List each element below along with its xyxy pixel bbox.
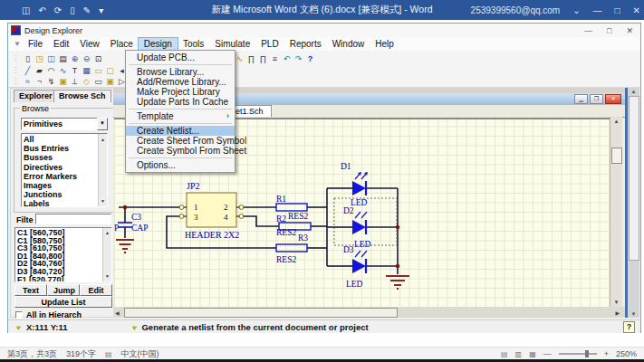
category-item[interactable]: All — [24, 135, 105, 144]
zoom-out-icon[interactable]: ⊖ — [81, 54, 92, 63]
component-r3[interactable]: R3 RES2 — [276, 233, 308, 264]
proofing-icon[interactable]: ▤ — [105, 350, 112, 358]
read-mode-icon[interactable]: ▤ — [501, 350, 508, 358]
undo-icon[interactable]: ↶ — [38, 5, 45, 15]
edit-button[interactable]: Edit — [80, 284, 112, 296]
scrollbar-thumb[interactable] — [629, 96, 639, 261]
menu-edit[interactable]: Edit — [48, 38, 74, 50]
qat-customize-icon[interactable]: ▾ — [99, 5, 103, 15]
filter-input[interactable] — [35, 214, 111, 224]
component-d1[interactable]: D1 LED — [341, 162, 368, 207]
jump-button[interactable]: Jump — [47, 284, 80, 296]
tab-browse-sch[interactable]: Browse Sch — [53, 90, 111, 102]
menuitem-template[interactable]: Template › — [126, 111, 235, 121]
menuitem-add-remove-library[interactable]: Add/Remove Library... — [126, 77, 235, 87]
scroll-right-icon[interactable]: ▶ — [615, 310, 620, 316]
account-email[interactable]: 2539399560@qq.com — [471, 5, 561, 15]
open-document-icon[interactable]: ◳ — [34, 54, 45, 63]
app-close-button[interactable]: ✕ — [626, 26, 633, 35]
undo-icon[interactable]: ↶ — [281, 54, 293, 63]
zoom-out-button[interactable]: — — [543, 349, 552, 358]
net-label-tool-icon[interactable]: ▣ — [57, 77, 69, 86]
menuitem-make-project-library[interactable]: Make Project Library — [126, 87, 235, 97]
category-item[interactable]: Labels — [24, 199, 105, 207]
scroll-up-icon[interactable]: ▲ — [610, 119, 622, 124]
word-close-button[interactable]: ✕ — [633, 5, 640, 15]
app-minimize-button[interactable]: — — [584, 26, 592, 35]
category-item[interactable]: Busses — [24, 153, 105, 162]
category-item[interactable]: Junctions — [24, 190, 105, 199]
scrollbar-thumb[interactable] — [124, 308, 398, 318]
scrollbar-thumb[interactable] — [611, 148, 622, 164]
ribbon-options-icon[interactable]: ⌄ — [572, 5, 580, 15]
wire-tool-icon[interactable]: ↯ — [45, 77, 57, 86]
help-icon[interactable]: ? — [304, 54, 316, 63]
arc-tool-icon[interactable]: ◠ — [45, 66, 57, 75]
page-info[interactable]: 第3页，共3页 — [7, 348, 57, 360]
tab-explorer[interactable]: Explorer — [14, 90, 58, 102]
toolbar-handle[interactable]: ⋮ — [12, 54, 19, 62]
zoom-in-icon[interactable]: ⊕ — [69, 54, 81, 63]
component-jp2[interactable]: 1 2 3 4 JP2 HEADER 2X2 — [179, 181, 244, 240]
zoom-in-button[interactable]: + — [604, 349, 609, 358]
category-item[interactable]: Images — [24, 181, 105, 190]
save-icon[interactable]: ◫ — [45, 54, 57, 63]
format-painter-icon[interactable]: ✎ — [83, 5, 91, 15]
menu-view[interactable]: View — [74, 38, 105, 50]
redo-icon[interactable]: ⟳ — [54, 5, 62, 15]
system-menu-icon[interactable]: ▼ — [14, 40, 21, 48]
scroll-up-icon[interactable]: ▲ — [103, 229, 111, 237]
zoom-area-icon[interactable]: ⊡ — [92, 54, 104, 63]
menuitem-create-sheet-from-symbol[interactable]: Create Sheet From Symbol — [126, 136, 235, 146]
all-in-hierarchy-checkbox[interactable] — [15, 311, 23, 319]
toolbar-handle[interactable]: ⋮ — [12, 66, 19, 74]
browse-mode-dropdown[interactable]: Primitives ▼ — [21, 118, 108, 130]
menu-window[interactable]: Window — [327, 38, 370, 50]
menuitem-browse-library[interactable]: Browse Library... — [126, 67, 235, 77]
analog-wave-icon[interactable]: ∏ — [257, 54, 269, 63]
scroll-down-icon[interactable]: ▼ — [610, 300, 622, 305]
object-item[interactable]: F1 [520,770] — [17, 276, 110, 282]
category-listbox[interactable]: All Bus Entries Busses Directives Error … — [21, 133, 108, 207]
dropdown-arrow-icon[interactable]: ▼ — [97, 118, 108, 130]
word-maximize-button[interactable]: □ — [615, 5, 620, 15]
rect-tool-icon[interactable]: ▭ — [92, 66, 104, 75]
web-layout-icon[interactable]: ▦ — [529, 350, 536, 358]
category-item[interactable]: Error Markers — [24, 172, 105, 181]
component-d3[interactable]: D3 LED — [343, 245, 367, 289]
text-tool-icon[interactable]: T — [69, 66, 81, 75]
menuitem-update-pcb[interactable]: Update PCB... — [126, 52, 235, 62]
menu-design[interactable]: Design — [139, 38, 178, 50]
menuitem-create-symbol-from-sheet[interactable]: Create Symbol From Sheet — [126, 146, 235, 156]
scroll-up-icon[interactable]: ▲ — [99, 135, 107, 144]
scroll-down-icon[interactable]: ▼ — [99, 196, 107, 205]
workspace-vertical-scrollbar[interactable]: ▲ ▼ — [628, 88, 639, 318]
digital-wave-icon[interactable]: ∏ — [245, 54, 257, 63]
zoom-level[interactable]: 250% — [616, 349, 637, 358]
sheet-entry-tool-icon[interactable]: ▣ — [104, 77, 116, 86]
bus-entry-tool-icon[interactable]: ¬ — [34, 77, 45, 86]
category-list-scrollbar[interactable]: ▲ ▼ — [98, 134, 107, 206]
language-indicator[interactable]: 中文(中国) — [121, 348, 159, 360]
scroll-down-icon[interactable]: ▼ — [628, 311, 639, 317]
round-rect-tool-icon[interactable]: ▢ — [104, 66, 116, 75]
new-sheet-icon[interactable]: ▯ — [22, 54, 34, 63]
bezier-tool-icon[interactable]: ∿ — [57, 66, 69, 75]
zoom-slider[interactable] — [559, 353, 597, 355]
menuitem-update-parts-in-cache[interactable]: Update Parts In Cache — [126, 97, 235, 107]
scroll-down-icon[interactable]: ▼ — [103, 272, 111, 281]
zoom-slider-thumb[interactable] — [585, 350, 589, 357]
canvas-horizontal-scrollbar[interactable]: ◀ ▶ — [113, 307, 625, 318]
toolbar-handle[interactable]: ⋮ — [12, 77, 19, 85]
category-item[interactable]: Directives — [24, 163, 105, 172]
sheet-symbol-tool-icon[interactable]: ▭ — [92, 77, 104, 86]
menu-simulate[interactable]: Simulate — [209, 38, 255, 50]
polygon-tool-icon[interactable]: ▰ — [34, 66, 45, 75]
print-layout-icon[interactable]: ▥ — [515, 350, 523, 358]
menu-help[interactable]: Help — [370, 38, 399, 50]
line-tool-icon[interactable]: ╱ — [22, 66, 34, 75]
component-c3[interactable]: C3 CAP P — [114, 213, 148, 252]
word-minimize-button[interactable]: — — [593, 5, 602, 15]
object-list-scrollbar[interactable]: ▲ ▼ — [102, 228, 111, 281]
ground-symbol[interactable] — [386, 276, 409, 289]
